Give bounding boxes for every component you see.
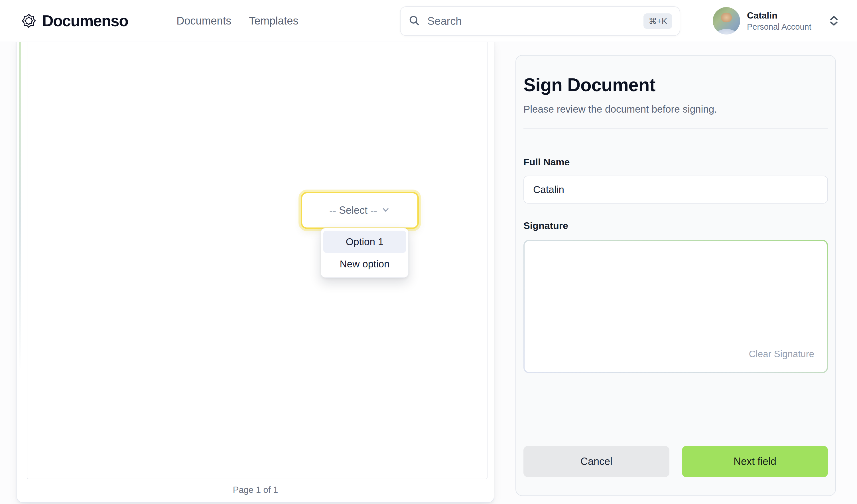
logo-link[interactable]: Documenso (20, 0, 128, 41)
logo-wordmark: Documenso (42, 12, 128, 30)
dropdown-option-1[interactable]: Option 1 (323, 231, 406, 253)
account-name: Catalin (747, 10, 811, 20)
search-bar[interactable]: ⌘+K (400, 6, 680, 36)
account-type: Personal Account (747, 22, 811, 32)
dropdown-option-new[interactable]: New option (323, 253, 406, 275)
document-viewer-card: Page 1 of 1 (17, 42, 494, 503)
signature-pad[interactable]: Clear Signature (525, 241, 827, 372)
full-name-input[interactable] (523, 175, 828, 203)
search-icon (408, 14, 421, 28)
avatar (713, 7, 740, 34)
document-dropdown-field[interactable]: -- Select -- (301, 192, 419, 229)
account-menu-trigger[interactable]: Catalin Personal Account (713, 0, 840, 41)
account-texts: Catalin Personal Account (747, 10, 811, 32)
signature-label: Signature (523, 220, 828, 231)
documenso-seal-icon (20, 13, 37, 29)
nav-link-templates[interactable]: Templates (249, 15, 298, 27)
chevrons-up-down-icon (827, 14, 840, 27)
nav-link-documents[interactable]: Documents (177, 15, 231, 27)
next-field-button[interactable]: Next field (682, 446, 828, 477)
clear-signature-button[interactable]: Clear Signature (749, 349, 814, 359)
recipient-color-strip (19, 42, 21, 502)
sign-document-panel: Sign Document Please review the document… (516, 55, 836, 496)
search-shortcut-badge: ⌘+K (643, 13, 672, 29)
panel-title: Sign Document (523, 74, 828, 96)
main-content: Page 1 of 1 -- Select -- Option 1 New op… (0, 42, 857, 504)
panel-subtitle: Please review the document before signin… (523, 103, 828, 115)
search-input[interactable] (427, 15, 643, 27)
navbar: Documenso Documents Templates ⌘+K Catali… (0, 0, 857, 42)
full-name-label: Full Name (523, 156, 828, 168)
dropdown-field-value: -- Select -- (329, 204, 377, 216)
panel-divider (523, 128, 828, 129)
panel-actions: Cancel Next field (523, 446, 828, 477)
pdf-page (27, 42, 488, 479)
dropdown-options-menu: Option 1 New option (321, 228, 408, 278)
documenso-app: Documenso Documents Templates ⌘+K Catali… (0, 0, 857, 504)
signature-pad-border: Clear Signature (523, 240, 828, 373)
chevron-down-icon (381, 205, 390, 216)
page-indicator: Page 1 of 1 (17, 485, 494, 495)
primary-nav: Documents Templates (177, 0, 298, 41)
cancel-button[interactable]: Cancel (523, 446, 669, 477)
